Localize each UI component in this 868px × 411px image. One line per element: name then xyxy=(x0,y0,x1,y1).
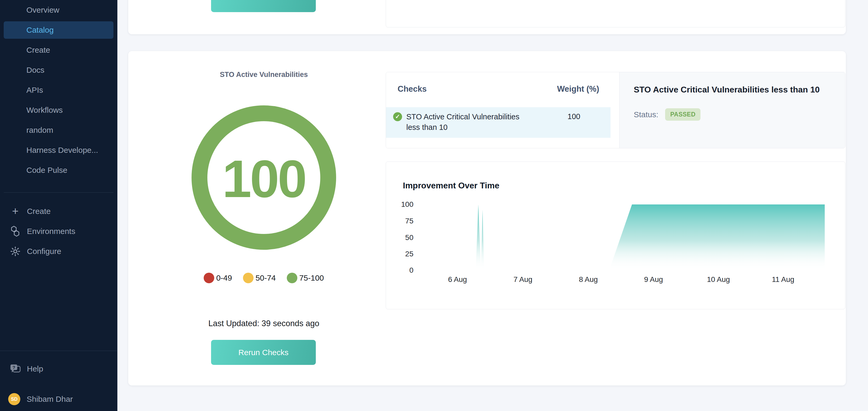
help-icon: ? xyxy=(9,363,21,375)
sidebar-action-label: Configure xyxy=(27,247,61,256)
checks-column-header: Checks xyxy=(398,84,427,94)
status-label: Status: xyxy=(634,110,658,119)
checks-section: Checks Weight (%) ✓ STO Active Critical … xyxy=(386,72,845,148)
x-tick: 10 Aug xyxy=(700,275,737,284)
hexagons-icon xyxy=(9,226,21,237)
last-updated-text: Last Updated: 39 seconds ago xyxy=(137,319,391,328)
sidebar-action-create[interactable]: + Create xyxy=(0,201,117,221)
sidebar-action-label: Environments xyxy=(27,227,75,236)
scorecard-card: STO Active Vulnerabilities 100 0-49 50-7… xyxy=(128,51,846,385)
legend-item-low: 0-49 xyxy=(204,273,232,283)
sidebar-item-workflows[interactable]: Workflows xyxy=(0,100,117,120)
score-value: 100 xyxy=(222,149,306,208)
sidebar-item-label: Catalog xyxy=(26,26,54,35)
status-badge: PASSED xyxy=(665,108,701,121)
sidebar-help[interactable]: ? Help xyxy=(0,359,117,379)
y-tick: 25 xyxy=(392,250,413,258)
score-legend: 0-49 50-74 75-100 xyxy=(137,273,391,283)
sidebar-item-label: Create xyxy=(26,45,50,55)
sidebar-item-label: Docs xyxy=(26,66,44,75)
plus-icon: + xyxy=(9,205,21,217)
user-name: Shibam Dhar xyxy=(27,395,73,404)
legend-item-mid: 50-74 xyxy=(243,273,276,283)
checks-table: Checks Weight (%) ✓ STO Active Critical … xyxy=(386,72,619,148)
check-circle-icon: ✓ xyxy=(393,112,402,121)
sidebar-item-label: Harness Develope... xyxy=(26,146,98,155)
legend-dot-yellow xyxy=(243,273,253,283)
sidebar-item-code-pulse[interactable]: Code Pulse xyxy=(0,160,117,180)
sidebar-action-configure[interactable]: Configure xyxy=(0,241,117,261)
chart-title: Improvement Over Time xyxy=(403,181,499,191)
check-weight: 100 xyxy=(567,112,580,121)
y-tick: 0 xyxy=(392,266,413,275)
sidebar-item-label: Code Pulse xyxy=(26,166,67,175)
weight-column-header: Weight (%) xyxy=(557,84,599,94)
check-detail-panel: STO Active Critical Vulnerabilities less… xyxy=(619,72,845,148)
help-label: Help xyxy=(27,364,43,373)
sidebar-item-label: Workflows xyxy=(26,106,63,114)
scorecard-title: STO Active Vulnerabilities xyxy=(137,71,391,79)
sidebar-item-docs[interactable]: Docs xyxy=(0,60,117,80)
x-tick: 8 Aug xyxy=(570,275,607,284)
sidebar-divider xyxy=(0,351,117,351)
check-row-selected[interactable]: ✓ STO Active Critical Vulnerabilities le… xyxy=(386,107,611,138)
x-tick: 11 Aug xyxy=(765,275,802,284)
user-menu[interactable]: SD Shibam Dhar xyxy=(0,389,117,409)
gear-icon xyxy=(9,245,21,257)
legend-dot-green xyxy=(287,273,297,283)
previous-checks-panel xyxy=(386,0,845,27)
y-tick: 75 xyxy=(392,217,413,225)
rerun-checks-button[interactable]: Rerun Checks xyxy=(211,340,316,365)
legend-dot-red xyxy=(204,273,214,283)
sidebar-item-create[interactable]: Create xyxy=(0,40,117,60)
improvement-chart-panel: Improvement Over Time 100 75 50 25 0 6 A… xyxy=(386,162,845,309)
sidebar-item-label: random xyxy=(26,126,53,135)
sidebar-item-label: APIs xyxy=(26,85,43,95)
y-tick: 100 xyxy=(392,200,413,209)
x-tick: 6 Aug xyxy=(439,275,476,284)
legend-item-high: 75-100 xyxy=(287,273,324,283)
sidebar-action-label: Create xyxy=(27,207,51,216)
y-tick: 50 xyxy=(392,233,413,242)
rerun-checks-button-partial[interactable] xyxy=(211,0,316,12)
x-tick: 9 Aug xyxy=(635,275,672,284)
sidebar-divider xyxy=(4,192,114,193)
sidebar-item-label: Overview xyxy=(26,5,59,14)
sidebar-action-environments[interactable]: Environments xyxy=(0,221,117,241)
sidebar-item-harness-developer[interactable]: Harness Develope... xyxy=(0,140,117,160)
sidebar-item-overview[interactable]: Overview xyxy=(0,0,117,20)
score-gauge: 100 xyxy=(190,104,338,251)
check-name: STO Active Critical Vulnerabilities less… xyxy=(406,111,530,133)
sidebar-item-random[interactable]: random xyxy=(0,120,117,140)
sidebar-item-apis[interactable]: APIs xyxy=(0,80,117,100)
previous-scorecard-card xyxy=(128,0,846,34)
svg-text:?: ? xyxy=(12,365,15,370)
x-tick: 7 Aug xyxy=(504,275,541,284)
sidebar-item-catalog[interactable]: Catalog xyxy=(4,21,114,39)
sidebar: Overview Catalog Create Docs APIs Workfl… xyxy=(0,0,117,411)
check-detail-title: STO Active Critical Vulnerabilities less… xyxy=(634,85,835,95)
avatar: SD xyxy=(8,393,20,405)
